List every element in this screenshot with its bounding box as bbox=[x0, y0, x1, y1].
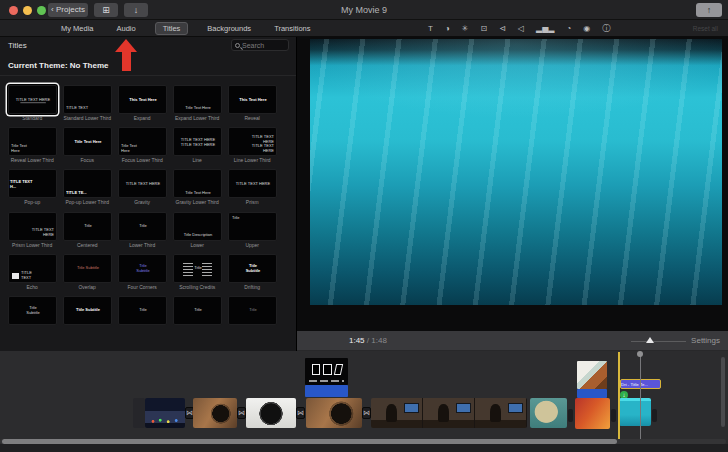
title-thumbnail[interactable]: Title Text Here bbox=[63, 127, 112, 156]
title-thumbnail[interactable]: TITLE TEXT HERE TITLE TEXT HERE bbox=[173, 127, 222, 156]
title-item-scrolling-credits[interactable]: TitleScrolling Credits bbox=[173, 254, 222, 294]
timeline-zoom-slider[interactable] bbox=[631, 341, 686, 342]
title-item-expand-lower-third[interactable]: Title Text HereExpand Lower Third bbox=[173, 85, 222, 125]
clip-sliver[interactable] bbox=[133, 398, 145, 428]
title-thumbnail[interactable]: Title bbox=[173, 296, 222, 325]
title-item[interactable]: Title Subtitle bbox=[8, 296, 57, 327]
title-item[interactable]: Title bbox=[118, 296, 167, 327]
title-thumbnail[interactable]: TITLE TEXT HERE bbox=[228, 169, 277, 198]
title-item-pop-up-lower-third[interactable]: TITLE TE...Pop-up Lower Third bbox=[63, 169, 112, 209]
title-thumbnail[interactable]: Title bbox=[63, 212, 112, 241]
info-icon[interactable]: ⓘ bbox=[602, 24, 610, 34]
settings-button[interactable]: Settings bbox=[691, 336, 720, 345]
overlay-clip-bar[interactable] bbox=[577, 389, 607, 398]
tab-audio[interactable]: Audio bbox=[113, 22, 140, 35]
title-item-standard[interactable]: TITLE TEXT HEREStandard bbox=[8, 85, 57, 125]
transition-icon[interactable]: ⋈ bbox=[296, 407, 305, 419]
title-item-pop-up[interactable]: TITLE TEXT H...Pop-up bbox=[8, 169, 57, 209]
clip-edge-handle[interactable] bbox=[652, 409, 657, 422]
title-thumbnail[interactable]: Title Text Here bbox=[173, 85, 222, 114]
title-thumbnail[interactable]: Title Text Here bbox=[8, 127, 57, 156]
title-item-upper[interactable]: TitleUpper bbox=[228, 212, 277, 252]
title-thumbnail[interactable]: Title Description bbox=[173, 212, 222, 241]
tab-titles[interactable]: Titles bbox=[155, 22, 189, 35]
clip-filter-icon[interactable]: ◉ bbox=[583, 24, 590, 34]
title-item-expand[interactable]: This Text HereExpand bbox=[118, 85, 167, 125]
title-item-focus[interactable]: Title Text HereFocus bbox=[63, 127, 112, 167]
video-preview-underwater[interactable] bbox=[310, 39, 722, 305]
title-item-gravity-lower-third[interactable]: Title Text HereGravity Lower Third bbox=[173, 169, 222, 209]
color-balance-icon[interactable]: ◑ bbox=[445, 24, 450, 34]
overlay-clip-bar[interactable] bbox=[305, 385, 348, 397]
title-item[interactable]: Title bbox=[173, 296, 222, 327]
transition-icon[interactable]: ⋈ bbox=[362, 407, 371, 419]
title-item-line[interactable]: TITLE TEXT HERE TITLE TEXT HERELine bbox=[173, 127, 222, 167]
clip-orange-gradient[interactable] bbox=[575, 398, 610, 429]
overlay-clip-deer[interactable] bbox=[577, 361, 607, 389]
title-item-reveal[interactable]: This Text HereReveal bbox=[228, 85, 277, 125]
tab-backgrounds[interactable]: Backgrounds bbox=[203, 22, 255, 35]
zoom-slider-thumb[interactable] bbox=[646, 337, 654, 343]
share-button[interactable]: ↑ bbox=[696, 3, 722, 17]
clip-camera-lens[interactable] bbox=[193, 398, 237, 428]
title-item-gravity[interactable]: TITLE TEXT HEREGravity bbox=[118, 169, 167, 209]
title-thumbnail[interactable]: TITLE TEXT H... bbox=[8, 169, 57, 198]
title-item-line-lower-third[interactable]: TITLE TEXT HERE TITLE TEXT HERELine Lowe… bbox=[228, 127, 277, 167]
skimmer-handle[interactable] bbox=[637, 351, 643, 357]
title-thumbnail[interactable]: Title bbox=[173, 254, 222, 283]
title-item-standard-lower-third[interactable]: TITLE TEXTStandard Lower Third bbox=[63, 85, 112, 125]
title-thumbnail[interactable]: Title Subtitle bbox=[228, 254, 277, 283]
overlay-clip-devices[interactable] bbox=[305, 358, 348, 385]
title-item[interactable]: Title Subtitle bbox=[63, 296, 112, 327]
title-thumbnail[interactable]: Title Text Here bbox=[118, 127, 167, 156]
title-item-centered[interactable]: TitleCentered bbox=[63, 212, 112, 252]
title-thumbnail[interactable]: This Text Here bbox=[118, 85, 167, 114]
title-thumbnail[interactable]: Title Text Here bbox=[173, 169, 222, 198]
title-item-four-corners[interactable]: Title SubtitleFour Corners bbox=[118, 254, 167, 294]
title-thumbnail[interactable]: TITLE TEXT HERE bbox=[118, 169, 167, 198]
title-thumbnail[interactable]: Title bbox=[118, 212, 167, 241]
title-item-focus-lower-third[interactable]: Title Text HereFocus Lower Third bbox=[118, 127, 167, 167]
title-item-drifting[interactable]: Title SubtitleDrifting bbox=[228, 254, 277, 294]
title-thumbnail[interactable]: Title bbox=[118, 296, 167, 325]
color-correction-icon[interactable]: ✳ bbox=[462, 24, 469, 34]
tab-my-media[interactable]: My Media bbox=[57, 22, 98, 35]
stabilization-icon[interactable]: ⊲ bbox=[499, 24, 506, 34]
title-thumbnail[interactable]: TITLE TEXT bbox=[63, 85, 112, 114]
title-thumbnail[interactable]: Title Subtitle bbox=[63, 296, 112, 325]
speed-icon[interactable]: ◔ bbox=[566, 24, 571, 34]
clip-camera-lens[interactable] bbox=[306, 398, 362, 428]
clip-desk-interview[interactable] bbox=[371, 398, 527, 428]
title-thumbnail[interactable]: TITLE TEXT bbox=[8, 254, 57, 283]
clip-lens-white-bg[interactable] bbox=[246, 398, 296, 428]
title-item-reveal-lower-third[interactable]: Title Text HereReveal Lower Third bbox=[8, 127, 57, 167]
clip-underwater[interactable] bbox=[619, 398, 651, 426]
clip-edge-handle[interactable] bbox=[568, 409, 573, 422]
title-thumbnail[interactable]: TITLE TEXT HERE bbox=[8, 212, 57, 241]
vertical-scrollbar[interactable] bbox=[721, 357, 725, 427]
title-thumbnail[interactable]: TITLE TE... bbox=[63, 169, 112, 198]
title-item-prism-lower-third[interactable]: TITLE TEXT HEREPrism Lower Third bbox=[8, 212, 57, 252]
title-thumbnail[interactable]: Title Subtitle bbox=[118, 254, 167, 283]
title-thumbnail[interactable]: TITLE TEXT HERE TITLE TEXT HERE bbox=[228, 127, 277, 156]
title-item-echo[interactable]: TITLE TEXTEcho bbox=[8, 254, 57, 294]
volume-icon[interactable]: ◁ bbox=[518, 24, 524, 34]
title-thumbnail[interactable]: TITLE TEXT HERE bbox=[8, 85, 57, 114]
crop-icon[interactable]: ⊡ bbox=[480, 24, 487, 34]
title-thumbnail[interactable]: This Text Here bbox=[228, 85, 277, 114]
titles-settings-icon[interactable]: T bbox=[428, 24, 433, 34]
noise-reduction-icon[interactable]: ▂▅▂ bbox=[536, 24, 554, 34]
title-item-prism[interactable]: TITLE TEXT HEREPrism bbox=[228, 169, 277, 209]
search-field[interactable] bbox=[231, 39, 289, 51]
tab-transitions[interactable]: Transitions bbox=[270, 22, 314, 35]
playhead[interactable] bbox=[618, 352, 620, 442]
reset-all-label[interactable]: Reset all bbox=[693, 25, 718, 32]
search-input[interactable] bbox=[242, 42, 285, 49]
title-thumbnail[interactable]: Title bbox=[228, 212, 277, 241]
title-thumbnail[interactable]: Title Subtitle bbox=[8, 296, 57, 325]
title-item-lower-third[interactable]: TitleLower Third bbox=[118, 212, 167, 252]
title-thumbnail[interactable]: Title bbox=[228, 296, 277, 325]
title-thumbnail[interactable]: Title Subtitle bbox=[63, 254, 112, 283]
title-item[interactable]: Title bbox=[228, 296, 277, 327]
clip-house-lights[interactable] bbox=[145, 398, 185, 428]
